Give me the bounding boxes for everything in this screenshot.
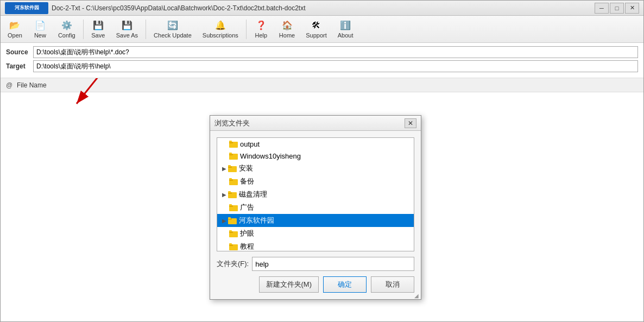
- source-row: Source: [6, 46, 638, 58]
- app-logo: 河东软件园: [5, 2, 48, 14]
- folder-tree-item[interactable]: 备份: [217, 175, 414, 188]
- svg-rect-19: [229, 204, 232, 206]
- home-button[interactable]: 🏠 Home: [274, 17, 300, 41]
- folder-field-label: 文件夹(F):: [217, 259, 249, 269]
- about-button[interactable]: ℹ️ About: [333, 17, 358, 41]
- maximize-button[interactable]: □: [610, 3, 624, 14]
- folder-tree-item[interactable]: output: [217, 138, 414, 150]
- check-update-button[interactable]: 🔄 Check Update: [149, 17, 197, 41]
- open-icon: 📂: [9, 20, 20, 31]
- browse-folder-dialog: 浏览文件夹 ✕ output Windows10yisheng▶ 安装: [210, 115, 421, 300]
- window-controls: ─ □ ✕: [595, 3, 639, 14]
- svg-rect-10: [228, 165, 231, 167]
- dialog-buttons: 新建文件夹(M) 确定 取消: [217, 276, 414, 293]
- home-icon: 🏠: [282, 20, 293, 31]
- open-label: Open: [8, 32, 22, 39]
- main-content: @ File Name 浏览文件夹 ✕: [1, 78, 643, 321]
- separator-2: [146, 20, 146, 39]
- folder-icon: [229, 242, 238, 251]
- folder-name: 备份: [240, 176, 254, 186]
- new-label: New: [34, 32, 46, 39]
- separator-3: [246, 20, 247, 39]
- help-button[interactable]: ❓ Help: [249, 17, 273, 41]
- save-as-icon: 💾: [122, 20, 132, 31]
- folder-tree-item[interactable]: ▶ 河东软件园: [217, 214, 414, 227]
- folder-tree-item[interactable]: ▶ 安装: [217, 162, 414, 175]
- check-update-icon: 🔄: [167, 20, 178, 31]
- folder-name: 护眼: [240, 229, 254, 238]
- folder-tree-item[interactable]: 护眼: [217, 227, 414, 240]
- folder-icon: [228, 164, 237, 173]
- svg-rect-28: [229, 243, 232, 245]
- folder-icon: [228, 216, 237, 225]
- folder-icon: [229, 229, 238, 238]
- folder-name: output: [240, 140, 260, 148]
- folder-name: Windows10yisheng: [240, 152, 301, 160]
- folder-tree[interactable]: output Windows10yisheng▶ 安装 备份▶ 磁盘清理 广告▶…: [217, 137, 414, 251]
- svg-rect-7: [229, 153, 232, 154]
- dialog-body: output Windows10yisheng▶ 安装 备份▶ 磁盘清理 广告▶…: [210, 131, 421, 299]
- close-button[interactable]: ✕: [625, 3, 639, 14]
- support-label: Support: [306, 32, 327, 39]
- window-title: Doc-2-Txt - C:\Users\pc0359\AppData\Loca…: [52, 4, 306, 12]
- about-label: About: [338, 32, 353, 39]
- folder-icon: [229, 151, 238, 160]
- target-label: Target: [6, 62, 33, 70]
- save-icon: 💾: [93, 20, 104, 31]
- toolbar: 📂 Open 📄 New ⚙️ Config 💾 Save 💾 Save As …: [1, 16, 643, 43]
- support-icon: 🛠: [311, 20, 321, 31]
- filename-column-header: File Name: [17, 81, 47, 89]
- folder-tree-item[interactable]: Windows10yisheng: [217, 150, 414, 162]
- folder-tree-item[interactable]: 教程: [217, 240, 414, 251]
- folder-tree-item[interactable]: 广告: [217, 201, 414, 214]
- source-label: Source: [6, 48, 33, 56]
- dialog-close-button[interactable]: ✕: [405, 118, 416, 128]
- config-button[interactable]: ⚙️ Config: [53, 17, 80, 41]
- check-update-label: Check Update: [154, 32, 192, 39]
- folder-input[interactable]: [252, 257, 414, 271]
- folder-name: 广告: [240, 203, 254, 212]
- subscriptions-label: Subscriptions: [203, 32, 238, 39]
- dialog-title: 浏览文件夹: [214, 118, 250, 128]
- save-button[interactable]: 💾 Save: [86, 17, 110, 41]
- file-list-header: @ File Name: [1, 78, 643, 92]
- at-symbol: @: [6, 81, 17, 89]
- subscriptions-button[interactable]: 🔔 Subscriptions: [198, 17, 243, 41]
- new-button[interactable]: 📄 New: [28, 17, 52, 41]
- target-input[interactable]: [33, 60, 638, 72]
- home-label: Home: [279, 32, 295, 39]
- folder-icon: [229, 203, 238, 212]
- folder-name: 磁盘清理: [239, 190, 267, 199]
- open-button[interactable]: 📂 Open: [3, 17, 27, 41]
- expand-icon: ▶: [220, 217, 228, 224]
- folder-icon: [229, 177, 238, 186]
- help-icon: ❓: [256, 20, 267, 31]
- subscriptions-icon: 🔔: [215, 20, 226, 31]
- expand-icon: ▶: [220, 191, 228, 198]
- svg-rect-25: [229, 230, 232, 232]
- new-folder-button[interactable]: 新建文件夹(M): [259, 276, 319, 293]
- source-input[interactable]: [33, 46, 638, 58]
- cancel-button[interactable]: 取消: [371, 276, 414, 293]
- folder-icon: [228, 190, 237, 199]
- separator-1: [83, 20, 84, 39]
- minimize-button[interactable]: ─: [595, 3, 609, 14]
- svg-rect-16: [228, 191, 231, 193]
- dialog-titlebar: 浏览文件夹 ✕: [210, 116, 421, 131]
- svg-rect-4: [229, 141, 232, 142]
- title-bar: 河东软件园 Doc-2-Txt - C:\Users\pc0359\AppDat…: [1, 1, 643, 16]
- dialog-resize-handle[interactable]: ◢: [414, 293, 420, 298]
- folder-label-row: 文件夹(F):: [217, 257, 414, 271]
- support-button[interactable]: 🛠 Support: [301, 17, 332, 41]
- title-bar-left: 河东软件园 Doc-2-Txt - C:\Users\pc0359\AppDat…: [5, 2, 306, 14]
- help-label: Help: [255, 32, 268, 39]
- svg-rect-13: [229, 178, 232, 180]
- source-target-panel: Source Target: [1, 43, 643, 78]
- ok-button[interactable]: 确定: [323, 276, 367, 293]
- folder-tree-item[interactable]: ▶ 磁盘清理: [217, 188, 414, 201]
- save-as-label: Save As: [116, 32, 138, 39]
- svg-rect-22: [228, 217, 231, 219]
- target-row: Target: [6, 60, 638, 72]
- save-as-button[interactable]: 💾 Save As: [111, 17, 143, 41]
- folder-name: 安装: [239, 163, 253, 173]
